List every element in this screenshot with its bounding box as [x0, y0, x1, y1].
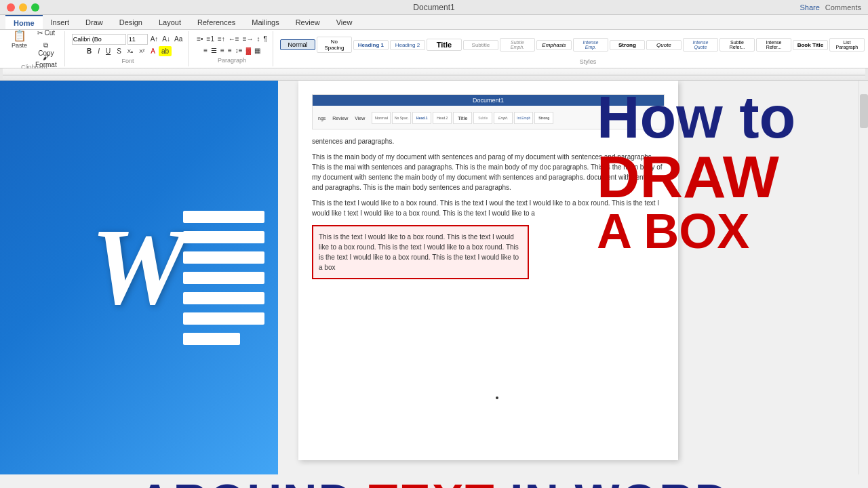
mini-style-3: Head.1 — [412, 112, 431, 124]
mini-style-1: Normal — [372, 112, 391, 124]
screenshot-title: Document1 — [473, 97, 504, 104]
strikethrough-button[interactable]: S — [114, 46, 124, 56]
shading-button[interactable]: ▓ — [245, 45, 252, 56]
show-hide-button[interactable]: ¶ — [262, 34, 269, 44]
font-name-input[interactable] — [72, 34, 126, 45]
maximize-button[interactable] — [31, 3, 39, 12]
numbering-button[interactable]: ≡1 — [205, 34, 216, 44]
tab-design[interactable]: Design — [111, 15, 151, 29]
word-line-1 — [183, 211, 264, 223]
style-book-title[interactable]: Book Title — [793, 40, 828, 50]
styles-label: Styles — [580, 58, 597, 65]
superscript-button[interactable]: X² — [136, 47, 147, 56]
minimize-button[interactable] — [19, 3, 27, 12]
paste-icon: 📋 — [13, 29, 26, 42]
ruler — [0, 68, 868, 81]
style-intense-quote[interactable]: Intense Quote — [683, 38, 718, 52]
clear-format-button[interactable]: Aa — [173, 34, 184, 44]
style-emphasis[interactable]: Emphasis — [536, 40, 572, 50]
style-quote[interactable]: Quote — [646, 40, 682, 50]
line-spacing-button[interactable]: ↕≡ — [234, 45, 244, 56]
cursor-dot — [496, 396, 498, 399]
tab-references[interactable]: References — [189, 15, 243, 29]
mini-style-8: Int.Emph — [514, 112, 533, 124]
font-label: Font — [121, 58, 134, 64]
word-logo-lines — [170, 81, 278, 474]
mini-style-2: No Spac. — [392, 112, 411, 124]
font-color-button[interactable]: A — [148, 46, 158, 56]
screenshot-styles: Normal No Spac. Head.1 Head.2 Title Subt… — [372, 112, 553, 124]
vertical-scrollbar[interactable] — [859, 81, 868, 474]
ribbon-body: 📋 Paste ✂ Cut ⧉ Copy 🖌 Format Clipboard … — [0, 30, 868, 68]
bold-button[interactable]: B — [84, 46, 94, 56]
align-center-button[interactable]: ☰ — [210, 45, 218, 56]
italic-button[interactable]: I — [95, 46, 102, 56]
justify-button[interactable]: ≡ — [226, 45, 233, 56]
ribbon: Home Insert Draw Design Layout Reference… — [0, 15, 868, 68]
word-document[interactable]: Document1 ngs Review View Normal No Spac… — [298, 81, 678, 460]
subscript-button[interactable]: X₂ — [125, 47, 136, 56]
style-intense-emph[interactable]: Intense Emp. — [573, 38, 608, 52]
format-painter-button[interactable]: 🖌 Format — [32, 52, 60, 62]
grow-font-button[interactable]: A↑ — [149, 34, 160, 44]
mini-style-6: Subtle — [473, 112, 492, 124]
tab-view[interactable]: View — [328, 15, 361, 29]
style-subtle-ref[interactable]: Subtle Refer... — [719, 38, 755, 52]
bottom-word-around: AROUND — [138, 475, 369, 488]
share-button[interactable]: Share — [800, 3, 819, 12]
screenshot-ribbon: ngs Review View Normal No Spac. Head.1 H… — [313, 106, 664, 129]
word-line-7 — [183, 333, 240, 345]
bottom-word-in-word: IN WORD — [510, 475, 730, 488]
window-controls[interactable] — [7, 3, 39, 12]
cut-button[interactable]: ✂ Cut — [32, 27, 60, 38]
mini-style-9: Strong — [534, 112, 553, 124]
mini-style-5: Title — [453, 112, 472, 124]
word-logo-area: W — [0, 81, 278, 474]
word-line-5 — [183, 292, 264, 304]
paragraph-label: Paragraph — [218, 57, 246, 64]
align-right-button[interactable]: ≡ — [219, 45, 226, 56]
tab-draw[interactable]: Draw — [77, 15, 111, 29]
style-no-spacing[interactable]: No Spacing — [317, 37, 352, 53]
close-button[interactable] — [7, 3, 15, 12]
font-size-input[interactable] — [127, 34, 148, 45]
multilevel-list-button[interactable]: ≡↑ — [216, 34, 226, 44]
style-subtitle[interactable]: Subtitle — [463, 40, 498, 50]
decrease-indent-button[interactable]: ←≡ — [227, 34, 241, 44]
borders-button[interactable]: ▦ — [253, 45, 262, 56]
word-line-6 — [183, 312, 264, 325]
word-line-3 — [183, 251, 264, 264]
tab-review[interactable]: Review — [288, 15, 328, 29]
window-title: Document1 — [413, 3, 454, 12]
ribbon-tab-bar: Home Insert Draw Design Layout Reference… — [0, 15, 868, 30]
align-left-button[interactable]: ≡ — [202, 45, 209, 56]
scrollbar-thumb[interactable] — [860, 94, 868, 128]
bullets-button[interactable]: ≡• — [195, 34, 204, 44]
boxed-text-content: This is the text I would like to a box r… — [319, 233, 519, 271]
copy-button[interactable]: ⧉ Copy — [32, 39, 60, 50]
word-screenshot: Document1 ngs Review View Normal No Spac… — [312, 94, 665, 129]
word-line-2 — [183, 231, 264, 243]
tab-layout[interactable]: Layout — [151, 15, 189, 29]
style-subtle-emph[interactable]: Subtle Emph. — [500, 38, 535, 52]
style-intense-ref[interactable]: Intense Refer... — [756, 38, 791, 52]
screenshot-tab-ngs: ngs — [315, 115, 328, 121]
screenshot-tab-view: View — [352, 115, 368, 121]
paste-button[interactable]: 📋 Paste — [8, 27, 31, 62]
bottom-word-text: TEXT — [369, 475, 510, 488]
style-heading1[interactable]: Heading 1 — [353, 40, 389, 50]
style-title[interactable]: Title — [427, 39, 462, 51]
style-heading2[interactable]: Heading 2 — [390, 40, 425, 50]
tab-mailings[interactable]: Mailings — [243, 15, 287, 29]
comments-button[interactable]: Comments — [825, 3, 861, 12]
sort-button[interactable]: ↕ — [256, 34, 262, 44]
increase-indent-button[interactable]: ≡→ — [241, 34, 255, 44]
doc-paragraph-0: sentences and paragraphs. — [312, 136, 665, 146]
style-normal[interactable]: Normal — [280, 39, 315, 50]
style-list-para[interactable]: List Paragraph — [829, 38, 865, 52]
shrink-font-button[interactable]: A↓ — [161, 34, 172, 44]
ribbon-paragraph: ≡• ≡1 ≡↑ ←≡ ≡→ ↕ ¶ ≡ ☰ ≡ ≡ ↕≡ ▓ ▦ Paragr… — [191, 31, 273, 66]
style-strong[interactable]: Strong — [610, 40, 645, 50]
underline-button[interactable]: U — [103, 46, 113, 56]
highlight-button[interactable]: ab — [159, 46, 172, 56]
